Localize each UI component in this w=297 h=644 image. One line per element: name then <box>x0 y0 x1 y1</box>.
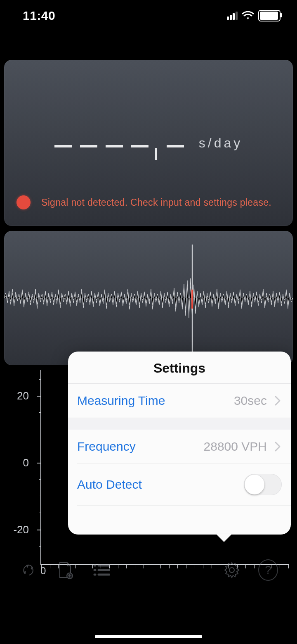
measuring-time-label: Measuring Time <box>77 394 165 408</box>
chart-y-label: -20 <box>13 523 29 536</box>
cellular-signal-icon <box>227 12 238 20</box>
help-icon: ? <box>258 559 278 581</box>
chart-y-tick <box>37 530 40 530</box>
status-bar: 11:40 <box>0 0 297 31</box>
waveform-card[interactable] <box>4 231 293 365</box>
signal-status-row: Signal not detected. Check input and set… <box>16 195 280 209</box>
frequency-value: 28800 VPH <box>204 440 267 454</box>
battery-icon <box>258 10 280 21</box>
chart-y-tick <box>37 396 40 397</box>
chart-y-axis <box>40 370 41 565</box>
gear-icon <box>223 561 241 579</box>
list-icon <box>93 563 110 577</box>
frequency-label: Frequency <box>77 440 136 454</box>
list-button[interactable] <box>92 560 111 580</box>
help-button[interactable]: ? <box>258 560 278 580</box>
wifi-icon <box>242 11 254 20</box>
recycle-icon <box>21 562 37 578</box>
svg-point-7 <box>229 568 234 573</box>
status-time: 11:40 <box>23 9 55 23</box>
rate-unit: s/day <box>199 135 243 151</box>
toggle-knob-icon <box>245 475 264 494</box>
chevron-right-icon <box>274 441 282 452</box>
status-indicators <box>227 10 280 21</box>
settings-popover: Settings Measuring Time 30sec Frequency … <box>68 352 291 535</box>
chart-y-label: 0 <box>23 456 29 469</box>
recycle-button[interactable] <box>19 560 39 580</box>
signal-status-message: Signal not detected. Check input and set… <box>41 197 271 208</box>
home-indicator[interactable] <box>95 635 202 638</box>
frequency-row[interactable]: Frequency 28800 VPH <box>68 430 291 463</box>
new-document-button[interactable] <box>55 560 75 580</box>
auto-detect-row: Auto Detect <box>68 464 291 505</box>
settings-title: Settings <box>68 352 291 384</box>
record-indicator-icon <box>16 195 31 209</box>
bottom-toolbar: ? <box>0 556 297 585</box>
add-document-icon <box>57 561 73 579</box>
waveform-plot <box>4 231 293 365</box>
auto-detect-label: Auto Detect <box>77 478 142 492</box>
rate-readout-card: s/day Signal not detected. Check input a… <box>4 60 293 226</box>
auto-detect-toggle[interactable] <box>244 474 282 495</box>
decimal-tick-icon <box>155 148 157 160</box>
app-screen: 11:40 s/day <box>0 0 297 644</box>
waveform-cursor-icon <box>192 245 193 352</box>
settings-button[interactable] <box>222 560 242 580</box>
rate-value-dashes <box>54 145 148 147</box>
measuring-time-value: 30sec <box>234 394 267 408</box>
settings-section-gap <box>68 418 291 430</box>
chart-y-label: 20 <box>17 390 29 402</box>
measuring-time-row[interactable]: Measuring Time 30sec <box>68 384 291 418</box>
chevron-right-icon <box>274 395 282 406</box>
chart-y-tick <box>37 463 40 463</box>
